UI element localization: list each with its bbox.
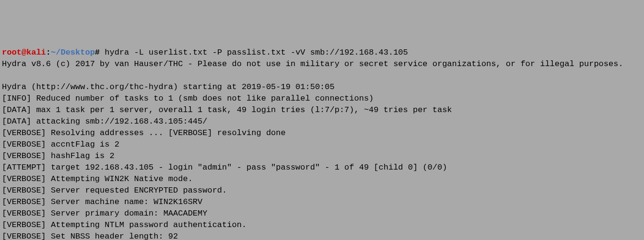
prompt-colon: :	[46, 48, 51, 57]
prompt-path: ~/Desktop	[51, 48, 95, 57]
output-line: [VERBOSE] Attempting NTLM password authe…	[2, 220, 246, 229]
output-line: [VERBOSE] Set NBSS header length: 92	[2, 232, 178, 240]
command-text: hydra -L userlist.txt -P passlist.txt -v…	[100, 48, 408, 57]
output-line: [VERBOSE] Server requested ENCRYPTED pas…	[2, 186, 227, 195]
terminal-output: root@kali:~/Desktop# hydra -L userlist.t…	[2, 47, 642, 240]
output-line: Hydra v8.6 (c) 2017 by van Hauser/THC - …	[2, 59, 623, 69]
output-line: [DATA] max 1 task per 1 server, overall …	[2, 105, 452, 114]
output-line: [ATTEMPT] target 192.168.43.105 - login …	[2, 163, 447, 172]
output-line: [INFO] Reduced number of tasks to 1 (smb…	[2, 94, 374, 103]
output-line: [VERBOSE] Resolving addresses ... [VERBO…	[2, 128, 286, 137]
output-line: [VERBOSE] accntFlag is 2	[2, 140, 119, 149]
prompt-hash: #	[95, 48, 100, 57]
output-line: [VERBOSE] Attempting WIN2K Native mode.	[2, 174, 193, 183]
output-line: [VERBOSE] hashFlag is 2	[2, 151, 115, 160]
user-host: root@kali	[2, 48, 46, 57]
output-line: [VERBOSE] Server primary domain: MAACADE…	[2, 209, 207, 218]
prompt-line: root@kali:~/Desktop# hydra -L userlist.t…	[2, 48, 408, 57]
output-line: [VERBOSE] Server machine name: WIN2K16SR…	[2, 197, 202, 206]
output-line: Hydra (http://www.thc.org/thc-hydra) sta…	[2, 82, 335, 91]
output-line: [DATA] attacking smb://192.168.43.105:44…	[2, 117, 207, 126]
